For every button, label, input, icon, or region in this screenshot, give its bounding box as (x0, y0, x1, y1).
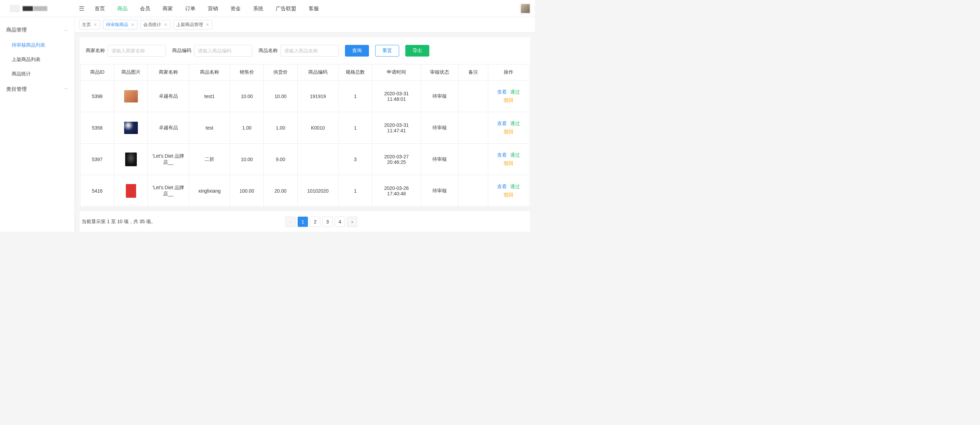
cell-id: 5416 (81, 175, 114, 206)
view-link[interactable]: 查看 (497, 184, 507, 190)
nav-order[interactable]: 订单 (179, 0, 202, 17)
sidebar-group-category[interactable]: 类目管理 ﹀ (0, 81, 75, 97)
page-1[interactable]: 1 (298, 217, 308, 227)
page-4[interactable]: 4 (335, 217, 345, 227)
cell-image (114, 112, 148, 144)
nav-marketing[interactable]: 营销 (202, 0, 224, 17)
filter-code: 商品编码 (172, 45, 252, 57)
tab-pending-products[interactable]: 待审核商品 ✕ (103, 20, 137, 30)
table-row: 5397'Let's Diet 品牌店__二折10.009.0032020-03… (81, 144, 530, 175)
table-row: 5358卓越有品test1.001.00K001012020-03-31 11:… (81, 112, 530, 144)
page-info: 当前显示第 1 至 10 项，共 35 项。 (82, 219, 156, 225)
nav-ads[interactable]: 广告联盟 (269, 0, 302, 17)
cell-time: 2020-03-27 20:46:25 (372, 144, 421, 175)
cell-merchant: 'Let's Diet 品牌店__ (148, 175, 189, 206)
cell-remark (458, 175, 488, 206)
nav-system[interactable]: 系统 (247, 0, 269, 17)
col-image: 商品图片 (114, 65, 148, 81)
tab-label: 待审核商品 (106, 22, 128, 28)
product-image-icon (125, 152, 137, 166)
product-name-input[interactable] (280, 45, 339, 57)
query-button[interactable]: 查询 (345, 45, 369, 57)
sidebar-group-label: 商品管理 (6, 27, 27, 33)
cell-time: 2020-03-26 17:40:48 (372, 175, 421, 206)
filter-product: 商品名称 (259, 45, 339, 57)
approve-link[interactable]: 通过 (510, 89, 520, 95)
nav-merchant[interactable]: 商家 (156, 0, 179, 17)
table-header-row: 商品ID 商品图片 商家名称 商品名称 销售价 供货价 商品编码 规格总数 申请… (81, 65, 530, 81)
tab-home[interactable]: 主页 ✕ (79, 20, 100, 30)
cell-price: 100.00 (230, 175, 264, 206)
cell-time: 2020-03-31 11:48:01 (372, 81, 421, 112)
sidebar-item-online-products[interactable]: 上架商品列表 (0, 52, 75, 67)
cell-supply: 20.00 (264, 175, 297, 206)
nav-home[interactable]: 首页 (89, 0, 111, 17)
page-tabs: 主页 ✕ 待审核商品 ✕ 会员统计 ✕ 上架商品管理 ✕ (75, 17, 535, 33)
cell-ops: 查看通过驳回 (488, 81, 529, 112)
view-link[interactable]: 查看 (497, 89, 507, 95)
nav-member[interactable]: 会员 (134, 0, 156, 17)
cell-merchant: 卓越有品 (148, 81, 189, 112)
reset-button[interactable]: 重置 (375, 45, 399, 57)
filter-label: 商品编码 (172, 48, 191, 54)
page-2[interactable]: 2 (310, 217, 320, 227)
col-name: 商品名称 (189, 65, 230, 81)
export-button[interactable]: 导出 (405, 45, 429, 57)
logo-area (4, 5, 75, 12)
cell-remark (458, 112, 488, 144)
sidebar-item-product-stats[interactable]: 商品统计 (0, 67, 75, 81)
cell-specs: 3 (339, 144, 372, 175)
reject-link[interactable]: 驳回 (491, 97, 527, 103)
content-panel: 商家名称 商品编码 商品名称 查询 重置 导出 (80, 37, 530, 206)
close-icon[interactable]: ✕ (131, 22, 134, 27)
cell-id: 5358 (81, 112, 114, 144)
cell-status: 待审核 (421, 81, 458, 112)
nav-product[interactable]: 商品 (111, 0, 134, 17)
tab-label: 上架商品管理 (176, 22, 203, 28)
filter-label: 商品名称 (259, 48, 278, 54)
nav-service[interactable]: 客服 (302, 0, 325, 17)
chevron-left-icon: ‹ (290, 219, 291, 225)
tab-label: 会员统计 (143, 22, 161, 28)
col-price: 销售价 (230, 65, 264, 81)
close-icon[interactable]: ✕ (206, 22, 209, 27)
cell-ops: 查看通过驳回 (488, 112, 529, 144)
approve-link[interactable]: 通过 (510, 152, 520, 159)
approve-link[interactable]: 通过 (510, 121, 520, 127)
chevron-down-icon: ﹀ (64, 86, 68, 92)
user-menu[interactable] (520, 3, 531, 14)
tab-online-product-mgmt[interactable]: 上架商品管理 ✕ (173, 20, 212, 30)
cell-merchant: 'Let's Diet 品牌店__ (148, 144, 189, 175)
cell-id: 5397 (81, 144, 114, 175)
logo-mark (22, 6, 33, 11)
close-icon[interactable]: ✕ (164, 22, 167, 27)
reject-link[interactable]: 驳回 (491, 160, 527, 167)
product-image-icon (124, 90, 138, 103)
sidebar-group-product[interactable]: 商品管理 ︿ (0, 22, 75, 38)
approve-link[interactable]: 通过 (510, 184, 520, 190)
sidebar: 商品管理 ︿ 待审核商品列表 上架商品列表 商品统计 类目管理 ﹀ (0, 17, 75, 232)
page-next[interactable]: › (347, 217, 357, 227)
reject-link[interactable]: 驳回 (491, 192, 527, 198)
nav-funds[interactable]: 资金 (224, 0, 247, 17)
logo-icon (10, 5, 20, 12)
page-prev[interactable]: ‹ (285, 217, 296, 227)
sidebar-group-label: 类目管理 (6, 86, 27, 92)
page-3[interactable]: 3 (322, 217, 332, 227)
cell-image (114, 175, 148, 206)
merchant-name-input[interactable] (108, 45, 166, 57)
filter-merchant: 商家名称 (86, 45, 166, 57)
cell-status: 待审核 (421, 112, 458, 144)
tab-member-stats[interactable]: 会员统计 ✕ (140, 20, 170, 30)
filter-bar: 商家名称 商品编码 商品名称 查询 重置 导出 (80, 37, 530, 64)
table-footer: 当前显示第 1 至 10 项，共 35 项。 ‹ 1 2 3 4 › (80, 211, 530, 232)
product-code-input[interactable] (194, 45, 252, 57)
view-link[interactable]: 查看 (497, 121, 507, 127)
reject-link[interactable]: 驳回 (491, 129, 527, 135)
col-id: 商品ID (81, 65, 114, 81)
menu-toggle-icon[interactable]: ☰ (75, 5, 89, 12)
close-icon[interactable]: ✕ (94, 22, 97, 27)
view-link[interactable]: 查看 (497, 152, 507, 159)
sidebar-item-pending-products[interactable]: 待审核商品列表 (0, 38, 75, 52)
cell-supply: 1.00 (264, 112, 297, 144)
